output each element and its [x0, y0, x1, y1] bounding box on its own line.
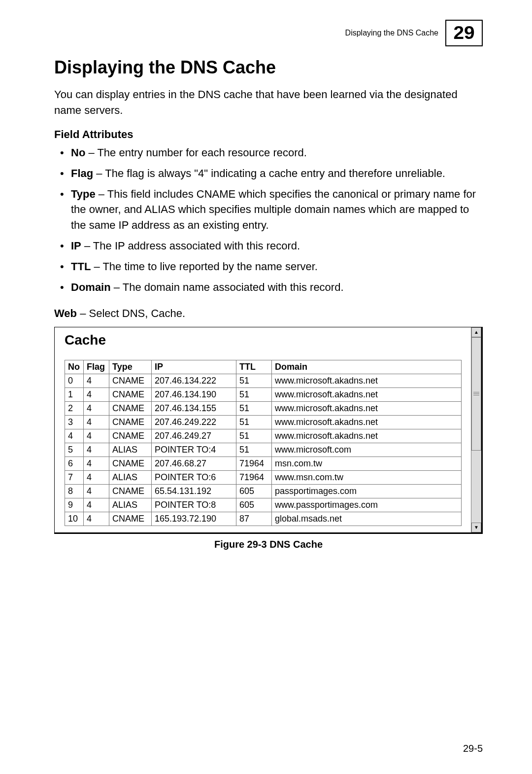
- running-header-title: Displaying the DNS Cache: [345, 29, 438, 37]
- attribute-name: Type: [71, 188, 96, 200]
- scroll-up-button[interactable]: ▲: [471, 327, 481, 337]
- cell-no: 1: [65, 387, 84, 401]
- chevron-down-icon: ▼: [474, 525, 479, 530]
- cell-ttl: 87: [236, 512, 272, 526]
- attribute-description: – The time to live reported by the name …: [91, 260, 318, 273]
- cell-type: CNAME: [109, 387, 152, 401]
- panel-title: Cache: [65, 332, 462, 348]
- column-header: No: [65, 360, 84, 374]
- attribute-name: IP: [71, 240, 81, 252]
- attribute-name: Domain: [71, 281, 111, 293]
- attribute-description: – The domain name associated with this r…: [111, 281, 344, 293]
- attribute-description: – This field includes CNAME which specif…: [71, 188, 476, 232]
- table-row: 44CNAME207.46.249.2751www.microsoft.akad…: [65, 429, 462, 443]
- cell-domain: global.msads.net: [272, 512, 462, 526]
- dns-cache-panel: Cache NoFlagTypeIPTTLDomain 04CNAME207.4…: [54, 327, 483, 534]
- cell-flag: 4: [84, 374, 109, 387]
- cell-domain: www.msn.com.tw: [272, 470, 462, 484]
- scroll-down-button[interactable]: ▼: [471, 523, 481, 532]
- cell-domain: www.microsoft.akadns.net: [272, 387, 462, 401]
- table-row: 64CNAME207.46.68.2771964msn.com.tw: [65, 457, 462, 470]
- cell-no: 6: [65, 457, 84, 470]
- cell-ttl: 605: [236, 498, 272, 512]
- table-row: 54ALIASPOINTER TO:451www.microsoft.com: [65, 443, 462, 457]
- dns-cache-table: NoFlagTypeIPTTLDomain 04CNAME207.46.134.…: [65, 360, 462, 526]
- column-header: IP: [152, 360, 236, 374]
- attribute-name: No: [71, 146, 85, 159]
- cell-type: CNAME: [109, 374, 152, 387]
- cell-ttl: 71964: [236, 470, 272, 484]
- cell-domain: www.microsoft.akadns.net: [272, 374, 462, 387]
- cell-ip: POINTER TO:6: [152, 470, 236, 484]
- field-attributes-heading: Field Attributes: [54, 128, 483, 141]
- cell-domain: www.microsoft.akadns.net: [272, 429, 462, 443]
- web-navigation-line: Web – Select DNS, Cache.: [54, 307, 483, 320]
- attribute-description: – The entry number for each resource rec…: [85, 146, 307, 159]
- cell-ttl: 51: [236, 374, 272, 387]
- cell-ip: 165.193.72.190: [152, 512, 236, 526]
- column-header: Domain: [272, 360, 462, 374]
- list-item: No – The entry number for each resource …: [71, 145, 483, 161]
- figure-caption: Figure 29-3 DNS Cache: [54, 539, 483, 550]
- page-number: 29-5: [463, 743, 483, 754]
- cell-flag: 4: [84, 401, 109, 415]
- cell-flag: 4: [84, 429, 109, 443]
- list-item: Domain – The domain name associated with…: [71, 280, 483, 295]
- cell-ttl: 51: [236, 401, 272, 415]
- cell-ttl: 51: [236, 415, 272, 429]
- cell-type: ALIAS: [109, 470, 152, 484]
- list-item: Type – This field includes CNAME which s…: [71, 186, 483, 234]
- cell-domain: passportimages.com: [272, 484, 462, 498]
- cell-ttl: 71964: [236, 457, 272, 470]
- cell-type: CNAME: [109, 457, 152, 470]
- page-title: Displaying the DNS Cache: [54, 57, 483, 78]
- cell-ttl: 51: [236, 429, 272, 443]
- cell-type: CNAME: [109, 401, 152, 415]
- cell-ip: 207.46.249.222: [152, 415, 236, 429]
- field-attributes-list: No – The entry number for each resource …: [54, 145, 483, 295]
- table-row: 34CNAME207.46.249.22251www.microsoft.aka…: [65, 415, 462, 429]
- cell-type: CNAME: [109, 429, 152, 443]
- cell-ip: 207.46.134.222: [152, 374, 236, 387]
- cell-flag: 4: [84, 443, 109, 457]
- cell-ip: POINTER TO:8: [152, 498, 236, 512]
- cell-type: ALIAS: [109, 443, 152, 457]
- cell-domain: www.microsoft.com: [272, 443, 462, 457]
- table-row: 84CNAME65.54.131.192605passportimages.co…: [65, 484, 462, 498]
- cell-flag: 4: [84, 387, 109, 401]
- list-item: IP – The IP address associated with this…: [71, 238, 483, 254]
- cell-flag: 4: [84, 415, 109, 429]
- cell-flag: 4: [84, 512, 109, 526]
- cell-domain: www.microsoft.akadns.net: [272, 401, 462, 415]
- cell-no: 9: [65, 498, 84, 512]
- intro-paragraph: You can display entries in the DNS cache…: [54, 87, 483, 118]
- cell-domain: www.passportimages.com: [272, 498, 462, 512]
- cell-no: 7: [65, 470, 84, 484]
- scrollbar[interactable]: ▲ ▼: [471, 327, 481, 532]
- column-header: Type: [109, 360, 152, 374]
- chapter-number-box: 29: [445, 20, 483, 46]
- cell-flag: 4: [84, 457, 109, 470]
- cell-ttl: 51: [236, 387, 272, 401]
- cell-type: CNAME: [109, 512, 152, 526]
- cell-domain: msn.com.tw: [272, 457, 462, 470]
- column-header: TTL: [236, 360, 272, 374]
- attribute-description: – The flag is always "4" indicating a ca…: [93, 167, 445, 179]
- scroll-thumb[interactable]: [471, 337, 481, 451]
- cell-flag: 4: [84, 498, 109, 512]
- attribute-description: – The IP address associated with this re…: [81, 240, 300, 252]
- table-row: 14CNAME207.46.134.19051www.microsoft.aka…: [65, 387, 462, 401]
- cell-no: 4: [65, 429, 84, 443]
- cell-flag: 4: [84, 470, 109, 484]
- cell-ip: 65.54.131.192: [152, 484, 236, 498]
- cell-ip: 207.46.249.27: [152, 429, 236, 443]
- cell-ip: 207.46.134.155: [152, 401, 236, 415]
- cell-domain: www.microsoft.akadns.net: [272, 415, 462, 429]
- web-text: – Select DNS, Cache.: [77, 307, 185, 319]
- cell-ttl: 51: [236, 443, 272, 457]
- table-row: 74ALIASPOINTER TO:671964www.msn.com.tw: [65, 470, 462, 484]
- list-item: TTL – The time to live reported by the n…: [71, 259, 483, 275]
- cell-type: CNAME: [109, 415, 152, 429]
- table-row: 104CNAME165.193.72.19087global.msads.net: [65, 512, 462, 526]
- cell-no: 3: [65, 415, 84, 429]
